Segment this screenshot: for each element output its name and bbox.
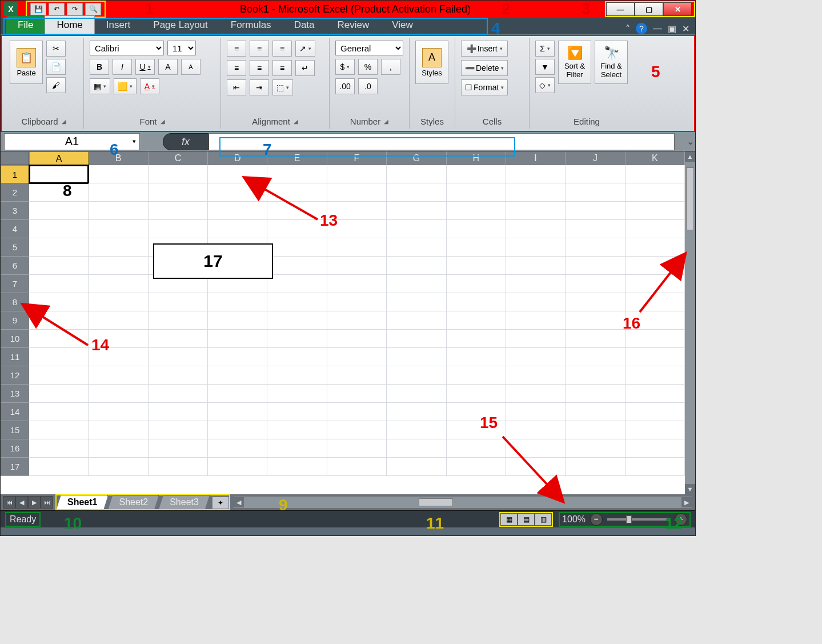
tab-data[interactable]: Data bbox=[283, 16, 326, 34]
align-left-button[interactable]: ≡ bbox=[227, 60, 246, 76]
cell[interactable] bbox=[447, 439, 506, 458]
cell[interactable] bbox=[208, 293, 267, 311]
cell[interactable] bbox=[208, 348, 267, 366]
cell[interactable] bbox=[506, 165, 566, 183]
number-format-combo[interactable]: General bbox=[335, 41, 403, 55]
increase-decimal-button[interactable]: .00 bbox=[335, 78, 355, 94]
cell[interactable] bbox=[208, 202, 267, 220]
italic-button[interactable]: I bbox=[113, 59, 132, 75]
cell[interactable] bbox=[267, 330, 327, 348]
workbook-close-button[interactable]: ✕ bbox=[682, 23, 689, 34]
cell[interactable] bbox=[506, 366, 566, 385]
orientation-button[interactable]: ↗▾ bbox=[295, 41, 315, 57]
cell[interactable] bbox=[89, 311, 148, 330]
cell[interactable] bbox=[625, 202, 685, 220]
cell[interactable] bbox=[208, 421, 267, 439]
clear-button[interactable]: ◇▾ bbox=[535, 77, 555, 93]
row-header[interactable]: 13 bbox=[1, 385, 29, 403]
cell[interactable] bbox=[149, 458, 208, 476]
cell[interactable] bbox=[387, 421, 446, 439]
cell[interactable] bbox=[327, 348, 387, 366]
cell[interactable] bbox=[506, 238, 566, 257]
row-header[interactable]: 17 bbox=[1, 458, 29, 476]
row-header[interactable]: 14 bbox=[1, 403, 29, 421]
cell[interactable] bbox=[267, 458, 327, 476]
merge-button[interactable]: ⬚▾ bbox=[272, 79, 293, 95]
cell[interactable] bbox=[208, 458, 267, 476]
cell[interactable] bbox=[267, 238, 327, 257]
cell[interactable] bbox=[89, 220, 148, 238]
grow-font-button[interactable]: A bbox=[158, 59, 178, 75]
cell[interactable] bbox=[208, 403, 267, 421]
cell[interactable] bbox=[387, 275, 446, 293]
cell[interactable] bbox=[29, 220, 89, 238]
underline-button[interactable]: U▾ bbox=[135, 59, 155, 75]
cell[interactable] bbox=[625, 421, 685, 439]
row-header[interactable]: 10 bbox=[1, 330, 29, 348]
cell[interactable] bbox=[89, 366, 148, 385]
cell[interactable] bbox=[149, 220, 208, 238]
column-header[interactable]: G bbox=[387, 151, 446, 165]
cell[interactable] bbox=[89, 183, 148, 202]
row-header[interactable]: 16 bbox=[1, 439, 29, 458]
styles-button[interactable]: AStyles bbox=[415, 41, 448, 84]
tab-first-button[interactable]: ⏮ bbox=[3, 496, 15, 509]
cell[interactable] bbox=[149, 348, 208, 366]
cell[interactable] bbox=[29, 293, 89, 311]
cell[interactable] bbox=[447, 421, 506, 439]
cell[interactable] bbox=[506, 257, 566, 275]
cell[interactable] bbox=[447, 257, 506, 275]
cell[interactable] bbox=[566, 165, 625, 183]
wrap-text-button[interactable]: ↵ bbox=[295, 60, 315, 76]
cell[interactable] bbox=[566, 257, 625, 275]
align-top-button[interactable]: ≡ bbox=[227, 41, 246, 57]
cell[interactable] bbox=[566, 293, 625, 311]
cell[interactable] bbox=[566, 311, 625, 330]
cell[interactable] bbox=[387, 366, 446, 385]
cell[interactable] bbox=[387, 458, 446, 476]
zoom-level[interactable]: 100% bbox=[562, 514, 586, 525]
currency-button[interactable]: $▾ bbox=[335, 59, 355, 75]
cells-area[interactable] bbox=[29, 165, 685, 494]
decrease-decimal-button[interactable]: .0 bbox=[358, 78, 378, 94]
cell[interactable] bbox=[29, 257, 89, 275]
cell[interactable] bbox=[447, 311, 506, 330]
cell[interactable] bbox=[29, 311, 89, 330]
dialog-launcher-icon[interactable]: ◢ bbox=[294, 118, 298, 125]
font-color-button[interactable]: A▾ bbox=[140, 78, 159, 94]
scroll-down-button[interactable]: ▼ bbox=[685, 484, 695, 494]
sheet-tab-3[interactable]: Sheet3 bbox=[159, 495, 210, 509]
cell[interactable] bbox=[625, 366, 685, 385]
cell[interactable] bbox=[89, 202, 148, 220]
cell[interactable] bbox=[387, 202, 446, 220]
vscroll-thumb[interactable] bbox=[686, 167, 694, 230]
tab-formulas[interactable]: Formulas bbox=[219, 16, 283, 34]
cell[interactable] bbox=[566, 330, 625, 348]
cell[interactable] bbox=[447, 385, 506, 403]
minimize-button[interactable]: — bbox=[606, 2, 635, 16]
cell[interactable] bbox=[327, 330, 387, 348]
cell[interactable] bbox=[267, 311, 327, 330]
cell[interactable] bbox=[447, 220, 506, 238]
cell[interactable] bbox=[625, 403, 685, 421]
cell[interactable] bbox=[625, 311, 685, 330]
cell[interactable] bbox=[566, 183, 625, 202]
row-header[interactable]: 15 bbox=[1, 421, 29, 439]
format-button[interactable]: ☐ Format▾ bbox=[461, 79, 508, 95]
cell[interactable] bbox=[447, 165, 506, 183]
sort-filter-button[interactable]: 🔽Sort & Filter bbox=[558, 41, 591, 84]
page-break-view-button[interactable]: ▥ bbox=[535, 513, 552, 526]
row-header[interactable]: 6 bbox=[1, 257, 29, 275]
scroll-right-button[interactable]: ▶ bbox=[681, 497, 692, 507]
row-header[interactable]: 2 bbox=[1, 183, 29, 202]
cell[interactable] bbox=[267, 183, 327, 202]
cell[interactable] bbox=[149, 421, 208, 439]
column-header[interactable]: A bbox=[29, 151, 89, 165]
cell[interactable] bbox=[89, 348, 148, 366]
print-preview-button[interactable]: 🔍 bbox=[85, 3, 101, 15]
cell[interactable] bbox=[89, 403, 148, 421]
cell[interactable] bbox=[566, 348, 625, 366]
cell[interactable] bbox=[566, 238, 625, 257]
cell[interactable] bbox=[387, 293, 446, 311]
cell[interactable] bbox=[267, 220, 327, 238]
